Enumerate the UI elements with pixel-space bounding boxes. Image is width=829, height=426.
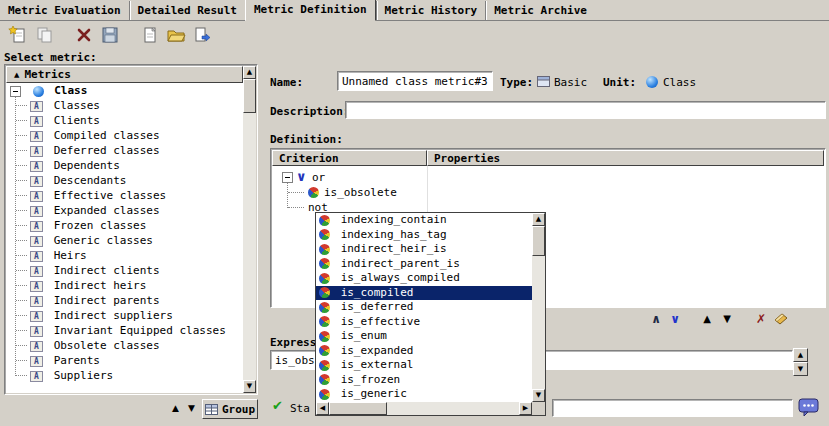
- move-criterion-down-icon[interactable]: ▼: [718, 311, 736, 327]
- collapse-icon[interactable]: [282, 172, 293, 183]
- reorder-up-button[interactable]: ▲: [168, 401, 183, 416]
- reorder-down-button[interactable]: ▼: [184, 401, 199, 416]
- tab[interactable]: Metric Definition: [245, 0, 376, 21]
- scroll-up-icon[interactable]: ▲: [243, 66, 256, 79]
- comment-button[interactable]: [798, 398, 820, 421]
- move-criterion-up-icon[interactable]: ▲: [698, 311, 716, 327]
- group-button[interactable]: Group: [202, 399, 258, 419]
- tree-item[interactable]: A Deferred classes: [6, 143, 243, 158]
- tree-item[interactable]: A Indirect parents: [6, 293, 243, 308]
- or-criterion-icon[interactable]: ∨: [666, 311, 684, 327]
- tree-item-label: Descendants: [54, 174, 127, 187]
- criterion-option[interactable]: is_enum: [316, 329, 532, 344]
- tree-item[interactable]: A Invariant Equipped classes: [6, 323, 243, 338]
- criterion-option[interactable]: indirect_parent_is: [316, 257, 532, 272]
- criterion-label: is_effective: [341, 315, 420, 328]
- criterion-option[interactable]: is_effective: [316, 315, 532, 330]
- dropdown-hscrollbar-thumb[interactable]: [329, 402, 387, 415]
- criterion-column-header[interactable]: Criterion: [272, 150, 427, 166]
- save-metric-icon[interactable]: [97, 23, 123, 47]
- erase-criterion-icon[interactable]: [772, 311, 790, 327]
- description-label: Description:: [270, 105, 349, 118]
- tree-item[interactable]: A Parents: [6, 353, 243, 368]
- status-label: Sta: [290, 402, 310, 415]
- criterion-option[interactable]: indirect_heir_is: [316, 242, 532, 257]
- tree-item[interactable]: A Compiled classes: [6, 128, 243, 143]
- name-input[interactable]: [337, 71, 493, 91]
- criterion-label: indexing_contain: [341, 213, 447, 226]
- scroll-left-icon[interactable]: ◀: [316, 402, 329, 415]
- tree-item[interactable]: A Heirs: [6, 248, 243, 263]
- tree-item[interactable]: A Frozen classes: [6, 218, 243, 233]
- tree-item-label: Deferred classes: [54, 144, 160, 157]
- metric-icon: A: [30, 161, 43, 172]
- delete-criterion-icon[interactable]: ✗: [752, 311, 770, 327]
- tab[interactable]: Metric Archive: [485, 1, 595, 20]
- tab[interactable]: Detailed Result: [129, 1, 245, 20]
- definition-row-is-obsolete[interactable]: is_obsolete: [272, 185, 824, 200]
- tree-item[interactable]: A Effective classes: [6, 188, 243, 203]
- criterion-option[interactable]: is_compiled: [316, 286, 532, 301]
- tree-scrollbar-thumb[interactable]: [243, 79, 256, 113]
- and-criterion-icon[interactable]: ∧: [647, 311, 665, 327]
- metrics-column-header[interactable]: ▲ Metrics: [6, 66, 243, 83]
- tree-item-label: Indirect clients: [54, 264, 160, 277]
- collapse-icon[interactable]: [10, 86, 21, 97]
- tree-item[interactable]: A Dependents: [6, 158, 243, 173]
- criterion-option[interactable]: is_frozen: [316, 373, 532, 388]
- tree-item[interactable]: A Classes: [6, 98, 243, 113]
- scroll-up-icon[interactable]: ▲: [532, 213, 545, 226]
- tree-root-label: Class: [54, 84, 87, 97]
- or-operator-icon: ∨: [296, 169, 307, 184]
- tree-item[interactable]: A Clients: [6, 113, 243, 128]
- metric-icon: A: [30, 296, 43, 307]
- tree-item[interactable]: A Indirect heirs: [6, 278, 243, 293]
- criterion-option[interactable]: is_external: [316, 358, 532, 373]
- scroll-down-icon[interactable]: ▼: [532, 389, 545, 402]
- toolbar-separator: [57, 35, 71, 36]
- scroll-right-icon[interactable]: ▶: [519, 402, 532, 415]
- tree-item[interactable]: A Indirect suppliers: [6, 308, 243, 323]
- dropdown-vertical-scrollbar[interactable]: ▲ ▼: [532, 213, 545, 402]
- metric-icon: A: [30, 206, 43, 217]
- criterion-option[interactable]: indexing_has_tag: [316, 228, 532, 243]
- tree-item[interactable]: A Indirect clients: [6, 263, 243, 278]
- criterion-icon: [319, 316, 330, 327]
- description-input[interactable]: [345, 101, 826, 119]
- tree-item[interactable]: A Expanded classes: [6, 203, 243, 218]
- copy-metric-icon[interactable]: [31, 23, 57, 47]
- criterion-option[interactable]: is_generic: [316, 387, 532, 402]
- criterion-label: is_obsolete: [324, 185, 397, 200]
- dropdown-horizontal-scrollbar[interactable]: ◀ ▶: [316, 402, 532, 415]
- import-metric-icon[interactable]: [137, 23, 163, 47]
- tree-item[interactable]: A Obsolete classes: [6, 338, 243, 353]
- definition-row-or[interactable]: ∨ or: [272, 170, 824, 185]
- criterion-option[interactable]: is_deferred: [316, 300, 532, 315]
- criterion-icon: [319, 287, 330, 298]
- delete-metric-icon[interactable]: [71, 23, 97, 47]
- new-metric-icon[interactable]: [5, 23, 31, 47]
- tab[interactable]: Metric History: [376, 1, 486, 20]
- properties-column-header[interactable]: Properties: [427, 150, 824, 166]
- expression-scroll-up-icon[interactable]: ▲: [793, 348, 808, 362]
- tree-item[interactable]: A Suppliers: [6, 368, 243, 383]
- expression-scroll-down-icon[interactable]: ▼: [793, 362, 808, 376]
- export-metric-icon[interactable]: [189, 23, 215, 47]
- type-label: Type:: [500, 76, 533, 89]
- criterion-option[interactable]: indexing_contain: [316, 213, 532, 228]
- criterion-option[interactable]: is_always_compiled: [316, 271, 532, 286]
- tree-item[interactable]: A Descendants: [6, 173, 243, 188]
- metric-icon: A: [30, 131, 43, 142]
- tree-connector: [288, 192, 304, 193]
- dropdown-scrollbar-thumb[interactable]: [532, 226, 545, 256]
- tree-root-class[interactable]: Class: [6, 83, 243, 98]
- scroll-down-icon[interactable]: ▼: [243, 380, 256, 393]
- criterion-option[interactable]: is_expanded: [316, 344, 532, 359]
- tab[interactable]: Metric Evaluation: [0, 1, 129, 20]
- open-metric-icon[interactable]: [163, 23, 189, 47]
- metric-tree-panel: ▲ Metrics ▲ ▼ Class A Classes: [4, 64, 258, 395]
- status-detail-input[interactable]: [552, 399, 793, 417]
- tree-item[interactable]: A Generic classes: [6, 233, 243, 248]
- tree-scrollbar[interactable]: ▲ ▼: [243, 66, 256, 393]
- criterion-icon: [319, 258, 330, 269]
